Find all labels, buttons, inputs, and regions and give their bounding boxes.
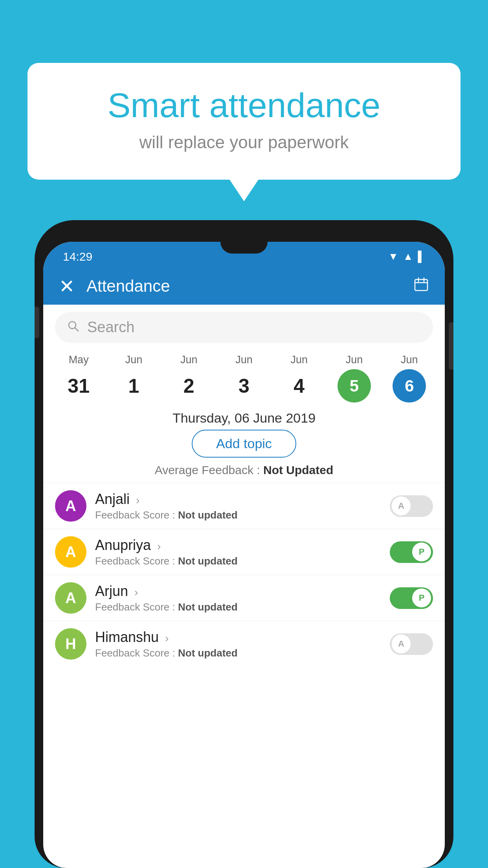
- phone-frame: 14:29 ▼ ▲ ▌ ✕ Attendance: [35, 220, 453, 868]
- student-item-0[interactable]: AAnjali ›Feedback Score : Not updatedA: [43, 483, 445, 529]
- attendance-toggle[interactable]: A: [390, 633, 433, 655]
- student-chevron-icon: ›: [157, 540, 161, 552]
- cal-date-number: 1: [117, 369, 150, 403]
- student-score: Feedback Score : Not updated: [95, 647, 381, 659]
- search-bar[interactable]: Search: [55, 312, 433, 343]
- student-name: Anjali ›: [95, 491, 381, 508]
- cal-month-label: Jun: [180, 354, 198, 366]
- student-chevron-icon: ›: [165, 632, 169, 644]
- speech-bubble-title: Smart attendance: [59, 86, 429, 125]
- app-bar: ✕ Attendance: [43, 267, 445, 305]
- calendar-day-4[interactable]: Jun4: [272, 354, 327, 403]
- status-time: 14:29: [63, 250, 92, 263]
- app-bar-title: Attendance: [86, 277, 402, 296]
- student-info: Himanshu ›Feedback Score : Not updated: [95, 629, 381, 659]
- student-item-1[interactable]: AAnupriya ›Feedback Score : Not updatedP: [43, 529, 445, 575]
- student-name: Arjun ›: [95, 583, 381, 600]
- student-score: Feedback Score : Not updated: [95, 555, 381, 567]
- student-avatar: A: [55, 490, 86, 522]
- avg-feedback: Average Feedback : Not Updated: [43, 463, 445, 477]
- student-chevron-icon: ›: [136, 494, 139, 506]
- svg-line-5: [75, 328, 78, 331]
- toggle-knob: A: [392, 497, 411, 515]
- avg-feedback-value: Not Updated: [263, 463, 333, 476]
- cal-month-label: Jun: [125, 354, 143, 366]
- speech-bubble-subtitle: will replace your paperwork: [59, 132, 429, 152]
- calendar-day-6[interactable]: Jun6: [382, 354, 437, 403]
- calendar-day-3[interactable]: Jun3: [216, 354, 272, 403]
- student-item-3[interactable]: HHimanshu ›Feedback Score : Not updatedA: [43, 621, 445, 667]
- cal-date-number: 31: [62, 369, 95, 403]
- student-avatar: A: [55, 582, 86, 614]
- student-name: Himanshu ›: [95, 629, 381, 645]
- cal-date-number: 4: [283, 369, 316, 403]
- close-button[interactable]: ✕: [59, 275, 75, 297]
- calendar-day-0[interactable]: May31: [51, 354, 106, 403]
- power-button: [449, 322, 453, 370]
- student-list: AAnjali ›Feedback Score : Not updatedAAA…: [43, 483, 445, 667]
- phone-notch: [220, 242, 268, 254]
- student-info: Arjun ›Feedback Score : Not updated: [95, 583, 381, 613]
- student-name: Anupriya ›: [95, 537, 381, 554]
- calendar-day-1[interactable]: Jun1: [106, 354, 161, 403]
- battery-icon: ▌: [418, 250, 425, 263]
- student-info: Anupriya ›Feedback Score : Not updated: [95, 537, 381, 567]
- attendance-toggle[interactable]: A: [390, 495, 433, 517]
- phone-screen: 14:29 ▼ ▲ ▌ ✕ Attendance: [43, 242, 445, 868]
- student-score: Feedback Score : Not updated: [95, 601, 381, 613]
- calendar-day-2[interactable]: Jun2: [161, 354, 216, 403]
- selected-date-label: Thursday, 06 June 2019: [43, 410, 445, 426]
- student-info: Anjali ›Feedback Score : Not updated: [95, 491, 381, 521]
- speech-bubble: Smart attendance will replace your paper…: [28, 63, 460, 180]
- attendance-toggle[interactable]: P: [390, 587, 433, 609]
- cal-month-label: Jun: [401, 354, 418, 366]
- calendar-row: May31Jun1Jun2Jun3Jun4Jun5Jun6: [43, 350, 445, 405]
- search-input[interactable]: Search: [87, 319, 134, 336]
- toggle-knob: P: [412, 588, 431, 607]
- signal-icon: ▲: [403, 250, 413, 263]
- wifi-icon: ▼: [388, 250, 398, 263]
- student-avatar: H: [55, 628, 86, 660]
- cal-month-label: Jun: [235, 354, 253, 366]
- volume-button: [35, 307, 39, 338]
- student-score: Feedback Score : Not updated: [95, 509, 381, 521]
- cal-month-label: Jun: [290, 354, 308, 366]
- cal-date-number: 3: [227, 369, 261, 403]
- cal-month-label: May: [69, 354, 89, 366]
- attendance-toggle[interactable]: P: [390, 541, 433, 563]
- cal-month-label: Jun: [346, 354, 363, 366]
- toggle-knob: P: [412, 542, 431, 561]
- calendar-icon[interactable]: [413, 276, 429, 296]
- search-icon: [67, 320, 79, 335]
- status-icons: ▼ ▲ ▌: [388, 250, 425, 263]
- avg-feedback-label: Average Feedback :: [155, 463, 263, 476]
- cal-date-number: 2: [172, 369, 205, 403]
- cal-date-number: 6: [393, 369, 426, 403]
- add-topic-button[interactable]: Add topic: [192, 430, 296, 458]
- toggle-knob: A: [392, 634, 411, 653]
- student-avatar: A: [55, 536, 86, 568]
- svg-rect-0: [415, 280, 427, 291]
- student-chevron-icon: ›: [134, 586, 138, 598]
- cal-date-number: 5: [338, 369, 371, 403]
- student-item-2[interactable]: AArjun ›Feedback Score : Not updatedP: [43, 575, 445, 621]
- calendar-day-5[interactable]: Jun5: [327, 354, 382, 403]
